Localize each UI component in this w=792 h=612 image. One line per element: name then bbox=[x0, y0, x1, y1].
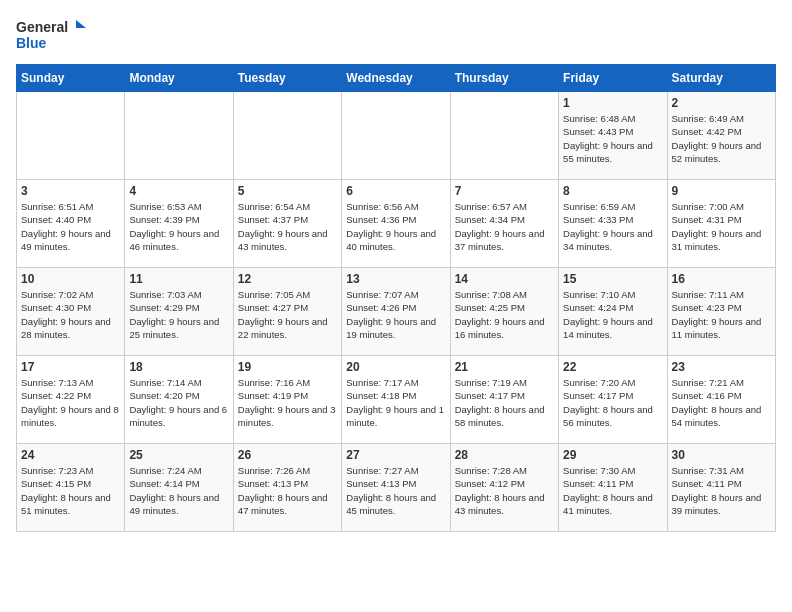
day-number: 30 bbox=[672, 448, 771, 462]
day-number: 7 bbox=[455, 184, 554, 198]
day-cell bbox=[17, 92, 125, 180]
day-cell: 5Sunrise: 6:54 AMSunset: 4:37 PMDaylight… bbox=[233, 180, 341, 268]
day-number: 11 bbox=[129, 272, 228, 286]
day-number: 2 bbox=[672, 96, 771, 110]
day-number: 1 bbox=[563, 96, 662, 110]
day-cell: 27Sunrise: 7:27 AMSunset: 4:13 PMDayligh… bbox=[342, 444, 450, 532]
day-number: 13 bbox=[346, 272, 445, 286]
day-number: 4 bbox=[129, 184, 228, 198]
calendar-body: 1Sunrise: 6:48 AMSunset: 4:43 PMDaylight… bbox=[17, 92, 776, 532]
day-number: 26 bbox=[238, 448, 337, 462]
day-cell: 16Sunrise: 7:11 AMSunset: 4:23 PMDayligh… bbox=[667, 268, 775, 356]
day-number: 16 bbox=[672, 272, 771, 286]
day-number: 20 bbox=[346, 360, 445, 374]
day-number: 21 bbox=[455, 360, 554, 374]
day-cell: 7Sunrise: 6:57 AMSunset: 4:34 PMDaylight… bbox=[450, 180, 558, 268]
day-cell: 28Sunrise: 7:28 AMSunset: 4:12 PMDayligh… bbox=[450, 444, 558, 532]
day-cell: 26Sunrise: 7:26 AMSunset: 4:13 PMDayligh… bbox=[233, 444, 341, 532]
day-number: 8 bbox=[563, 184, 662, 198]
day-detail: Sunrise: 6:49 AMSunset: 4:42 PMDaylight:… bbox=[672, 112, 771, 165]
day-cell bbox=[233, 92, 341, 180]
day-detail: Sunrise: 6:54 AMSunset: 4:37 PMDaylight:… bbox=[238, 200, 337, 253]
header-day-thursday: Thursday bbox=[450, 65, 558, 92]
header-day-tuesday: Tuesday bbox=[233, 65, 341, 92]
day-number: 10 bbox=[21, 272, 120, 286]
svg-marker-1 bbox=[76, 20, 86, 28]
svg-text:General: General bbox=[16, 19, 68, 35]
calendar-table: SundayMondayTuesdayWednesdayThursdayFrid… bbox=[16, 64, 776, 532]
day-detail: Sunrise: 7:24 AMSunset: 4:14 PMDaylight:… bbox=[129, 464, 228, 517]
day-cell bbox=[125, 92, 233, 180]
day-detail: Sunrise: 7:26 AMSunset: 4:13 PMDaylight:… bbox=[238, 464, 337, 517]
day-number: 6 bbox=[346, 184, 445, 198]
day-detail: Sunrise: 6:48 AMSunset: 4:43 PMDaylight:… bbox=[563, 112, 662, 165]
day-number: 15 bbox=[563, 272, 662, 286]
header-day-monday: Monday bbox=[125, 65, 233, 92]
day-cell: 2Sunrise: 6:49 AMSunset: 4:42 PMDaylight… bbox=[667, 92, 775, 180]
day-detail: Sunrise: 7:31 AMSunset: 4:11 PMDaylight:… bbox=[672, 464, 771, 517]
day-detail: Sunrise: 7:05 AMSunset: 4:27 PMDaylight:… bbox=[238, 288, 337, 341]
day-cell: 12Sunrise: 7:05 AMSunset: 4:27 PMDayligh… bbox=[233, 268, 341, 356]
day-number: 27 bbox=[346, 448, 445, 462]
calendar-header: SundayMondayTuesdayWednesdayThursdayFrid… bbox=[17, 65, 776, 92]
week-row-1: 3Sunrise: 6:51 AMSunset: 4:40 PMDaylight… bbox=[17, 180, 776, 268]
day-cell: 4Sunrise: 6:53 AMSunset: 4:39 PMDaylight… bbox=[125, 180, 233, 268]
week-row-4: 24Sunrise: 7:23 AMSunset: 4:15 PMDayligh… bbox=[17, 444, 776, 532]
day-detail: Sunrise: 7:20 AMSunset: 4:17 PMDaylight:… bbox=[563, 376, 662, 429]
day-detail: Sunrise: 6:57 AMSunset: 4:34 PMDaylight:… bbox=[455, 200, 554, 253]
day-number: 9 bbox=[672, 184, 771, 198]
day-cell: 23Sunrise: 7:21 AMSunset: 4:16 PMDayligh… bbox=[667, 356, 775, 444]
day-detail: Sunrise: 7:23 AMSunset: 4:15 PMDaylight:… bbox=[21, 464, 120, 517]
header: GeneralBlue bbox=[16, 16, 776, 56]
day-number: 22 bbox=[563, 360, 662, 374]
day-number: 24 bbox=[21, 448, 120, 462]
week-row-3: 17Sunrise: 7:13 AMSunset: 4:22 PMDayligh… bbox=[17, 356, 776, 444]
day-number: 17 bbox=[21, 360, 120, 374]
day-cell: 8Sunrise: 6:59 AMSunset: 4:33 PMDaylight… bbox=[559, 180, 667, 268]
day-cell: 10Sunrise: 7:02 AMSunset: 4:30 PMDayligh… bbox=[17, 268, 125, 356]
day-number: 28 bbox=[455, 448, 554, 462]
day-cell: 21Sunrise: 7:19 AMSunset: 4:17 PMDayligh… bbox=[450, 356, 558, 444]
day-cell: 9Sunrise: 7:00 AMSunset: 4:31 PMDaylight… bbox=[667, 180, 775, 268]
day-detail: Sunrise: 7:16 AMSunset: 4:19 PMDaylight:… bbox=[238, 376, 337, 429]
day-number: 18 bbox=[129, 360, 228, 374]
week-row-0: 1Sunrise: 6:48 AMSunset: 4:43 PMDaylight… bbox=[17, 92, 776, 180]
day-cell bbox=[342, 92, 450, 180]
day-cell: 17Sunrise: 7:13 AMSunset: 4:22 PMDayligh… bbox=[17, 356, 125, 444]
day-cell: 29Sunrise: 7:30 AMSunset: 4:11 PMDayligh… bbox=[559, 444, 667, 532]
day-cell: 19Sunrise: 7:16 AMSunset: 4:19 PMDayligh… bbox=[233, 356, 341, 444]
header-day-wednesday: Wednesday bbox=[342, 65, 450, 92]
day-detail: Sunrise: 6:59 AMSunset: 4:33 PMDaylight:… bbox=[563, 200, 662, 253]
header-day-sunday: Sunday bbox=[17, 65, 125, 92]
day-cell bbox=[450, 92, 558, 180]
day-cell: 6Sunrise: 6:56 AMSunset: 4:36 PMDaylight… bbox=[342, 180, 450, 268]
day-number: 23 bbox=[672, 360, 771, 374]
day-detail: Sunrise: 7:00 AMSunset: 4:31 PMDaylight:… bbox=[672, 200, 771, 253]
week-row-2: 10Sunrise: 7:02 AMSunset: 4:30 PMDayligh… bbox=[17, 268, 776, 356]
day-cell: 22Sunrise: 7:20 AMSunset: 4:17 PMDayligh… bbox=[559, 356, 667, 444]
day-detail: Sunrise: 6:51 AMSunset: 4:40 PMDaylight:… bbox=[21, 200, 120, 253]
day-number: 3 bbox=[21, 184, 120, 198]
day-detail: Sunrise: 7:14 AMSunset: 4:20 PMDaylight:… bbox=[129, 376, 228, 429]
day-detail: Sunrise: 7:21 AMSunset: 4:16 PMDaylight:… bbox=[672, 376, 771, 429]
day-cell: 18Sunrise: 7:14 AMSunset: 4:20 PMDayligh… bbox=[125, 356, 233, 444]
day-detail: Sunrise: 6:53 AMSunset: 4:39 PMDaylight:… bbox=[129, 200, 228, 253]
header-day-friday: Friday bbox=[559, 65, 667, 92]
day-detail: Sunrise: 7:27 AMSunset: 4:13 PMDaylight:… bbox=[346, 464, 445, 517]
day-detail: Sunrise: 7:11 AMSunset: 4:23 PMDaylight:… bbox=[672, 288, 771, 341]
day-number: 25 bbox=[129, 448, 228, 462]
day-number: 29 bbox=[563, 448, 662, 462]
day-number: 14 bbox=[455, 272, 554, 286]
day-detail: Sunrise: 7:07 AMSunset: 4:26 PMDaylight:… bbox=[346, 288, 445, 341]
day-detail: Sunrise: 6:56 AMSunset: 4:36 PMDaylight:… bbox=[346, 200, 445, 253]
logo-svg: GeneralBlue bbox=[16, 16, 86, 56]
day-number: 19 bbox=[238, 360, 337, 374]
day-detail: Sunrise: 7:28 AMSunset: 4:12 PMDaylight:… bbox=[455, 464, 554, 517]
day-cell: 1Sunrise: 6:48 AMSunset: 4:43 PMDaylight… bbox=[559, 92, 667, 180]
header-day-saturday: Saturday bbox=[667, 65, 775, 92]
header-row: SundayMondayTuesdayWednesdayThursdayFrid… bbox=[17, 65, 776, 92]
day-cell: 14Sunrise: 7:08 AMSunset: 4:25 PMDayligh… bbox=[450, 268, 558, 356]
svg-text:Blue: Blue bbox=[16, 35, 47, 51]
day-number: 5 bbox=[238, 184, 337, 198]
day-cell: 20Sunrise: 7:17 AMSunset: 4:18 PMDayligh… bbox=[342, 356, 450, 444]
